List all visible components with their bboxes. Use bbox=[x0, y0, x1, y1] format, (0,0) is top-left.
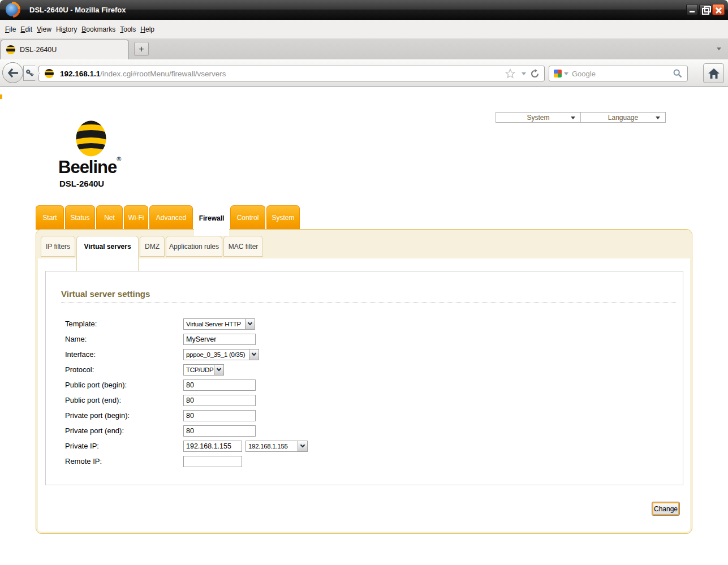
site-identity-button[interactable] bbox=[23, 66, 40, 81]
search-bar[interactable]: Google bbox=[549, 66, 688, 81]
system-dropdown[interactable]: System bbox=[496, 112, 581, 123]
public-port-end-label: Public port (end): bbox=[65, 396, 183, 404]
form-row: Public port (begin): bbox=[65, 377, 683, 393]
new-tab-button[interactable]: + bbox=[134, 42, 149, 56]
back-button[interactable] bbox=[2, 62, 23, 83]
browser-tab-strip: DSL-2640U + bbox=[0, 38, 728, 59]
private-ip-select[interactable]: 192.168.1.155 bbox=[245, 441, 308, 452]
language-dropdown-label: Language bbox=[608, 114, 638, 122]
menu-help[interactable]: Help bbox=[138, 20, 157, 33]
beeline-wordmark: Beeline® bbox=[58, 156, 120, 178]
close-button[interactable] bbox=[712, 4, 725, 15]
dropdown-arrow-icon[interactable] bbox=[249, 350, 259, 360]
form-row: Private port (end): bbox=[65, 423, 683, 438]
home-button[interactable] bbox=[703, 63, 724, 83]
search-engine-name: Google bbox=[572, 70, 596, 78]
menu-bar: FileEditViewHistoryBookmarksToolsHelp bbox=[0, 20, 728, 38]
menu-file[interactable]: File bbox=[3, 20, 18, 33]
private-ip-input[interactable] bbox=[183, 441, 242, 452]
remote-ip-label: Remote IP: bbox=[65, 457, 183, 465]
remote-ip-input[interactable] bbox=[183, 456, 242, 467]
form-row: Template:Virtual Server HTTP bbox=[65, 316, 683, 331]
private-port-end-label: Private port (end): bbox=[65, 426, 183, 435]
google-logo-icon bbox=[554, 70, 562, 77]
search-magnifier-icon[interactable] bbox=[673, 68, 683, 79]
settings-form: Template:Virtual Server HTTPName:Interfa… bbox=[65, 316, 683, 469]
tab-start[interactable]: Start bbox=[36, 205, 64, 230]
beeline-logo bbox=[76, 120, 106, 157]
navigation-toolbar: 192.168.1.1/index.cgi#rootMenu/firewall/… bbox=[0, 59, 728, 87]
tab-advanced[interactable]: Advanced bbox=[149, 205, 193, 230]
form-row: Interface:pppoe_0_35_1 (0/35) bbox=[65, 347, 683, 362]
url-bar[interactable]: 192.168.1.1/index.cgi#rootMenu/firewall/… bbox=[38, 66, 545, 81]
url-path: /index.cgi#rootMenu/firewall/vservers bbox=[100, 70, 226, 78]
browser-tab[interactable]: DSL-2640U bbox=[1, 40, 129, 59]
tab-control[interactable]: Control bbox=[230, 205, 265, 230]
main-tab-bar: StartStatusNetWi-FiAdvancedFirewallContr… bbox=[36, 205, 300, 230]
firefox-icon bbox=[6, 3, 19, 16]
dropdown-arrow-icon[interactable] bbox=[214, 365, 223, 375]
key-icon bbox=[25, 68, 35, 78]
protocol-label: Protocol: bbox=[65, 365, 183, 374]
private-port-end-input[interactable] bbox=[183, 425, 256, 437]
chevron-down-icon bbox=[571, 117, 575, 119]
dropdown-arrow-icon[interactable] bbox=[245, 319, 255, 329]
window-title: DSL-2640U - Mozilla Firefox bbox=[29, 6, 126, 14]
browser-tab-title: DSL-2640U bbox=[20, 46, 57, 54]
subtab-dmz[interactable]: DMZ bbox=[140, 236, 165, 257]
subtab-application-rules[interactable]: Application rules bbox=[166, 236, 222, 257]
private-port-begin-label: Private port (begin): bbox=[65, 411, 183, 420]
menu-edit[interactable]: Edit bbox=[18, 20, 35, 33]
subtab-ip-filters[interactable]: IP filters bbox=[41, 236, 75, 257]
private-ip-label: Private IP: bbox=[65, 442, 183, 450]
interface-select[interactable]: pppoe_0_35_1 (0/35) bbox=[183, 349, 259, 360]
list-tabs-icon[interactable] bbox=[717, 48, 721, 50]
tab-system[interactable]: System bbox=[266, 205, 300, 230]
site-favicon bbox=[6, 45, 15, 54]
form-row: Private IP:192.168.1.155 bbox=[65, 438, 683, 454]
settings-panel: IP filtersVirtual serversDMZApplication … bbox=[36, 229, 692, 534]
section-heading: Virtual server settings bbox=[61, 289, 683, 299]
public-port-begin-input[interactable] bbox=[183, 379, 256, 391]
form-row: Name: bbox=[65, 331, 683, 347]
page-favicon bbox=[45, 69, 54, 78]
form-row: Remote IP: bbox=[65, 454, 683, 469]
template-select[interactable]: Virtual Server HTTP bbox=[183, 318, 255, 330]
window-titlebar: DSL-2640U - Mozilla Firefox bbox=[0, 0, 728, 20]
menu-view[interactable]: View bbox=[35, 20, 54, 33]
protocol-select[interactable]: TCP/UDP bbox=[183, 364, 224, 376]
form-row: Public port (end): bbox=[65, 393, 683, 408]
tab-firewall[interactable]: Firewall bbox=[194, 205, 229, 236]
url-host: 192.168.1.1 bbox=[60, 70, 100, 78]
device-model: DSL-2640U bbox=[59, 179, 104, 188]
dropdown-arrow-icon[interactable] bbox=[298, 441, 307, 451]
home-icon bbox=[708, 68, 720, 79]
tab-net[interactable]: Net bbox=[96, 205, 123, 230]
chevron-down-icon bbox=[656, 117, 660, 119]
subtab-mac-filter[interactable]: MAC filter bbox=[223, 236, 263, 257]
menu-bookmarks[interactable]: Bookmarks bbox=[79, 20, 118, 33]
back-arrow-icon bbox=[7, 68, 19, 77]
form-row: Protocol:TCP/UDP bbox=[65, 362, 683, 377]
subtab-virtual-servers[interactable]: Virtual servers bbox=[76, 236, 139, 271]
change-button[interactable]: Change bbox=[652, 502, 680, 516]
sub-tab-bar: IP filtersVirtual serversDMZApplication … bbox=[36, 230, 692, 258]
name-input[interactable] bbox=[183, 334, 256, 345]
heading-divider bbox=[61, 303, 676, 303]
search-engine-dropdown-icon[interactable] bbox=[564, 72, 568, 75]
bookmark-star-icon[interactable] bbox=[505, 68, 515, 79]
url-dropdown-icon[interactable] bbox=[522, 72, 526, 75]
tab-wi-fi[interactable]: Wi-Fi bbox=[124, 205, 148, 230]
public-port-end-input[interactable] bbox=[183, 395, 256, 406]
reload-icon[interactable] bbox=[530, 69, 540, 79]
menu-history[interactable]: History bbox=[54, 20, 79, 33]
tab-status[interactable]: Status bbox=[65, 205, 95, 230]
restore-button[interactable] bbox=[699, 4, 711, 15]
interface-label: Interface: bbox=[65, 350, 183, 359]
virtual-server-settings-box: Virtual server settings Template:Virtual… bbox=[45, 271, 683, 485]
language-dropdown[interactable]: Language bbox=[580, 112, 666, 123]
system-dropdown-label: System bbox=[527, 114, 549, 122]
minimize-button[interactable] bbox=[686, 4, 698, 15]
menu-tools[interactable]: Tools bbox=[118, 20, 138, 33]
private-port-begin-input[interactable] bbox=[183, 410, 256, 421]
